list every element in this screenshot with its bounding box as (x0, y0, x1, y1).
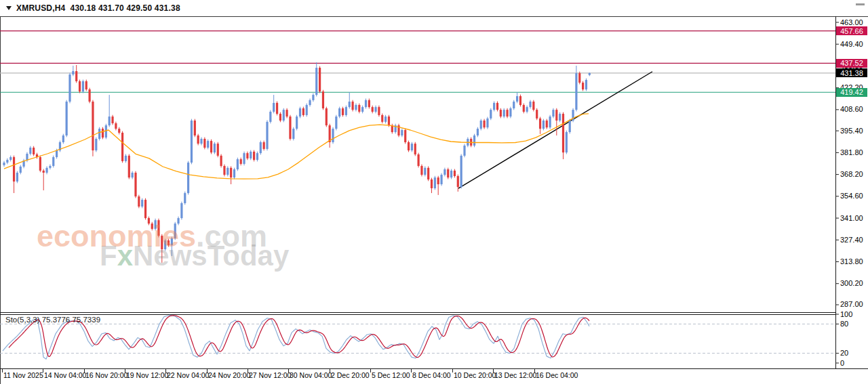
watermark-sub-rest: NewsToday (133, 240, 289, 272)
time-tick-label: 16 Dec 04:00 (536, 371, 578, 379)
price-tick-label: 313.80 (840, 257, 863, 265)
price-tick-label: 381.80 (840, 148, 863, 156)
sto-level-label: 80 (840, 320, 848, 328)
price-tick-label: 354.60 (840, 192, 863, 200)
time-tick-label: 2 Dec 20:00 (331, 371, 370, 379)
price-badge-437.52: 437.52 (836, 59, 867, 68)
time-tick-label: 13 Dec 12:00 (494, 371, 536, 379)
price-tick-label: 368.20 (840, 170, 863, 178)
symbol-dropdown-icon[interactable] (6, 6, 12, 10)
indicator-label: Sto(5,3,3) 75.3776 75.7339 (5, 316, 100, 324)
watermark-sub-f: F (100, 240, 117, 272)
trendline (458, 72, 652, 188)
time-tick-label: 19 Nov 12:00 (126, 371, 168, 379)
price-tick-label: 327.40 (840, 236, 863, 244)
watermark-sub-x: x (117, 240, 133, 272)
time-tick-label: 5 Dec 12:00 (372, 371, 410, 379)
price-badge-419.42: 419.42 (836, 88, 867, 97)
time-tick-label: 10 Dec 20:00 (454, 371, 496, 379)
time-tick-label: 22 Nov 04:00 (167, 371, 209, 379)
price-tick-label: 408.60 (840, 105, 863, 113)
price-badge-431.38: 431.38 (836, 68, 867, 77)
chart-canvas[interactable] (0, 0, 868, 384)
price-tick-label: 463.00 (840, 18, 863, 26)
time-tick-label: 30 Nov 04:00 (290, 371, 332, 379)
price-tick-label: 395.40 (840, 127, 863, 135)
time-tick-label: 16 Nov 20:00 (85, 371, 127, 379)
price-tick-label: 287.00 (840, 300, 863, 308)
time-tick-label: 24 Nov 20:00 (208, 371, 250, 379)
time-tick-label: 11 Nov 2025 (3, 371, 43, 379)
sto-level-label: 20 (840, 349, 848, 357)
sto-level-label: 100 (840, 310, 852, 318)
price-tick-label: 341.00 (840, 214, 863, 222)
window-control-artifact (856, 3, 865, 5)
sto-level-label: 0 (840, 359, 844, 367)
chart-title: XMRUSD,H4 430.18 431.70 429.50 431.38 (16, 3, 180, 13)
chart-titlebar: XMRUSD,H4 430.18 431.70 429.50 431.38 (0, 0, 868, 16)
price-tick-label: 449.40 (840, 40, 863, 48)
chart-window: XMRUSD,H4 430.18 431.70 429.50 431.38 ec… (0, 0, 868, 384)
price-tick-label: 300.20 (840, 279, 863, 287)
time-tick-label: 14 Nov 04:00 (44, 371, 86, 379)
time-tick-label: 27 Nov 12:00 (249, 371, 291, 379)
watermark-subtitle: FxNewsToday (100, 240, 289, 272)
price-badge-457.66: 457.66 (836, 26, 867, 35)
time-tick-label: 8 Dec 04:00 (412, 371, 451, 379)
